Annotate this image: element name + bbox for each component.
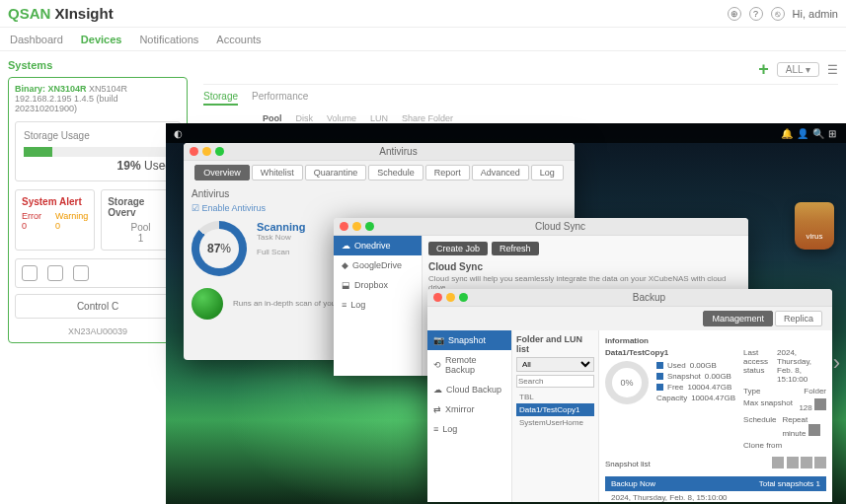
serial-number: XN23AU00039 [15, 326, 181, 336]
control-button[interactable]: Control C [15, 294, 181, 319]
nav-notifications[interactable]: Notifications [139, 34, 198, 45]
refresh-button[interactable]: Refresh [492, 242, 539, 255]
warning-count: 0 [55, 221, 60, 231]
cs-item-log[interactable]: ≡ Log [334, 295, 422, 315]
desktop-menubar: ◐ 🔔 👤 🔍 ⊞ [166, 123, 846, 143]
storage-usage-bar [24, 147, 172, 157]
edit-icon[interactable] [814, 398, 826, 410]
enable-antivirus-checkbox[interactable]: ☑ Enable Antivirus [184, 203, 575, 213]
edit-icon[interactable] [808, 424, 820, 436]
help-icon[interactable]: ? [749, 7, 763, 21]
close-icon[interactable] [433, 293, 442, 302]
logout-icon[interactable]: ⎋ [771, 7, 785, 21]
bk-item-xmirror[interactable]: ⇄ Xmirror [427, 399, 511, 419]
backup-title: Backup [472, 292, 826, 303]
av-heading: Antivirus [184, 184, 575, 203]
capacity-donut: 0% [605, 361, 649, 404]
maximize-icon[interactable] [365, 222, 374, 231]
close-icon[interactable] [190, 147, 198, 156]
systems-heading: Systems [8, 59, 188, 71]
max-value: 128 [799, 403, 811, 412]
subtab-disk[interactable]: Disk [296, 113, 314, 123]
maximize-icon[interactable] [215, 147, 224, 156]
camera-icon[interactable] [772, 457, 784, 468]
cap-label: Capacity [656, 394, 687, 402]
scan-progress-donut: 87% [192, 221, 247, 276]
snapshot-list-label: Snapshot list [605, 460, 651, 468]
globe-icon[interactable]: ⊕ [728, 7, 741, 21]
bk-item-remote[interactable]: ⟲ Remote Backup [427, 350, 511, 380]
maximize-icon[interactable] [459, 293, 468, 302]
antivirus-badge[interactable]: virus [795, 202, 834, 250]
cs-item-google[interactable]: ◆ GoogleDrive [334, 255, 422, 275]
filter-all-dropdown[interactable]: ALL ▾ [777, 62, 819, 77]
cloudsync-title: Cloud Sync [378, 221, 742, 232]
tab-performance[interactable]: Performance [252, 91, 308, 106]
nav-dashboard[interactable]: Dashboard [10, 34, 63, 45]
error-label: Error [22, 211, 41, 221]
menu-icon[interactable]: ☰ [827, 63, 838, 77]
backup-titlebar[interactable]: Backup [427, 289, 832, 307]
bk-item-log[interactable]: ≡ Log [427, 419, 511, 439]
antivirus-titlebar[interactable]: Antivirus [184, 143, 575, 161]
bulb-icon[interactable] [73, 265, 89, 281]
subtab-volume[interactable]: Volume [327, 113, 356, 123]
box-icon[interactable] [22, 265, 38, 281]
add-button[interactable]: + [758, 59, 769, 80]
subtab-pool[interactable]: Pool [263, 113, 282, 123]
free-value: 10004.47GB [687, 383, 731, 392]
next-arrow-icon[interactable]: › [833, 350, 840, 376]
av-tab-schedule[interactable]: Schedule [368, 165, 423, 180]
subtab-lun[interactable]: LUN [370, 113, 388, 123]
temp-icon[interactable] [47, 265, 63, 281]
bk-tab-management[interactable]: Management [703, 311, 773, 326]
device-binary: Binary: XN3104R [15, 84, 87, 94]
nav-devices[interactable]: Devices [81, 34, 122, 45]
close-icon[interactable] [340, 222, 348, 231]
cs-item-onedrive[interactable]: ☁ Onedrive [334, 236, 422, 255]
tab-storage[interactable]: Storage [203, 91, 238, 106]
bk-tab-replica[interactable]: Replica [775, 311, 822, 326]
av-tab-advanced[interactable]: Advanced [472, 165, 529, 180]
shield-icon [192, 288, 223, 320]
menu-dot-icon[interactable]: ◐ [174, 128, 184, 138]
minimize-icon[interactable] [352, 222, 361, 231]
sched-label: Schedule [743, 415, 776, 438]
av-tab-overview[interactable]: Overview [194, 165, 250, 180]
minimize-icon[interactable] [202, 147, 211, 156]
grid-icon[interactable]: ⊞ [828, 128, 838, 138]
av-tab-log[interactable]: Log [531, 165, 564, 180]
used-value: 0.00GB [690, 361, 717, 370]
snapshot-row[interactable]: 2024, Thursday, Feb. 8, 15:10:00 [605, 491, 826, 504]
device-card[interactable]: Binary: XN3104R XN5104R 192.168.2.195 1.… [8, 77, 188, 343]
bk-item-cloud[interactable]: ☁ Cloud Backup [427, 380, 511, 399]
system-alert-title: System Alert [22, 196, 88, 207]
pool-label: Pool [131, 222, 151, 233]
list-item[interactable]: Data1/TestCopy1 [516, 403, 594, 416]
cloudsync-titlebar[interactable]: Cloud Sync [334, 218, 748, 236]
minimize-icon[interactable] [446, 293, 455, 302]
av-tab-quarantine[interactable]: Quarantine [305, 165, 367, 180]
type-value: Folder [804, 387, 826, 396]
bell-icon[interactable]: 🔔 [781, 128, 791, 138]
av-tab-report[interactable]: Report [425, 165, 470, 180]
lock-icon[interactable] [787, 457, 799, 468]
filter-select[interactable]: All [516, 357, 594, 372]
user-icon[interactable]: 👤 [797, 128, 807, 138]
revert-icon[interactable] [801, 457, 812, 468]
delete-icon[interactable] [814, 457, 826, 468]
subtab-share[interactable]: Share Folder [402, 113, 453, 123]
device-ip: 192.168.2.195 [15, 94, 72, 104]
search-input[interactable] [516, 375, 594, 388]
nav-accounts[interactable]: Accounts [216, 34, 261, 45]
cs-item-dropbox[interactable]: ⬓ Dropbox [334, 275, 422, 295]
list-item[interactable]: SystemUserHome [516, 416, 594, 429]
cap-value: 10004.47GB [691, 394, 735, 402]
xinsight-titlebar: QSAN XInsight ⊕ ? ⎋ Hi, admin [0, 0, 846, 28]
snap-value: 0.00GB [705, 372, 731, 381]
av-tab-whitelist[interactable]: Whitelist [252, 165, 303, 180]
search-top-icon[interactable]: 🔍 [812, 128, 822, 138]
bk-item-snapshot[interactable]: 📷 Snapshot [427, 330, 511, 350]
square-icon [656, 384, 663, 391]
create-job-button[interactable]: Create Job [428, 242, 488, 255]
